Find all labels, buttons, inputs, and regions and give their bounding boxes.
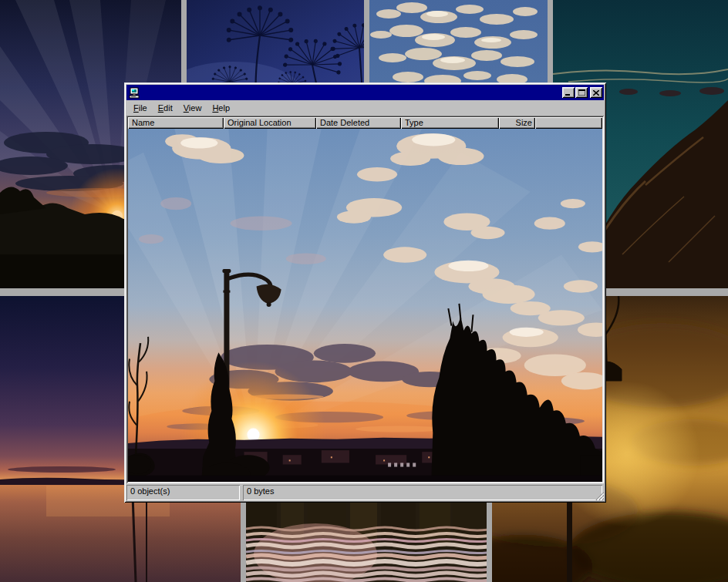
menu-item-edit[interactable]: Edit <box>153 102 178 114</box>
computer-icon[interactable] <box>128 87 140 99</box>
column-header-original-location[interactable]: Original Location <box>224 117 316 129</box>
column-header-date-deleted[interactable]: Date Deleted <box>316 117 401 129</box>
minimize-icon <box>565 90 571 96</box>
column-header-filler <box>535 117 602 129</box>
menu-bar: File Edit View Help <box>126 100 604 116</box>
desktop-wallpaper-grid: File Edit View Help Name Original Locati… <box>0 0 728 582</box>
menu-item-view[interactable]: View <box>178 102 207 114</box>
minimize-button[interactable] <box>562 87 575 98</box>
status-bar: 0 object(s) 0 bytes <box>126 483 604 500</box>
maximize-icon <box>578 89 585 96</box>
close-button[interactable] <box>590 87 602 98</box>
list-background-photo <box>128 129 602 482</box>
resize-grip[interactable] <box>594 490 604 500</box>
file-list-area[interactable]: Name Original Location Date Deleted Type… <box>126 116 604 483</box>
column-header-size[interactable]: Size <box>499 117 535 129</box>
cloud-streak <box>8 466 116 473</box>
menu-item-file[interactable]: File <box>128 102 153 114</box>
status-bytes-panel: 0 bytes <box>243 485 602 500</box>
recycle-bin-window: File Edit View Help Name Original Locati… <box>124 82 606 503</box>
column-header-type[interactable]: Type <box>401 117 499 129</box>
status-objects-panel: 0 object(s) <box>126 485 240 500</box>
column-header-name[interactable]: Name <box>128 117 224 129</box>
menu-item-help[interactable]: Help <box>207 102 235 114</box>
title-bar[interactable] <box>126 85 604 100</box>
column-header-row: Name Original Location Date Deleted Type… <box>128 117 602 129</box>
street-lamp-sunset-image <box>128 129 602 482</box>
close-icon <box>593 90 599 96</box>
maximize-button[interactable] <box>575 87 588 98</box>
